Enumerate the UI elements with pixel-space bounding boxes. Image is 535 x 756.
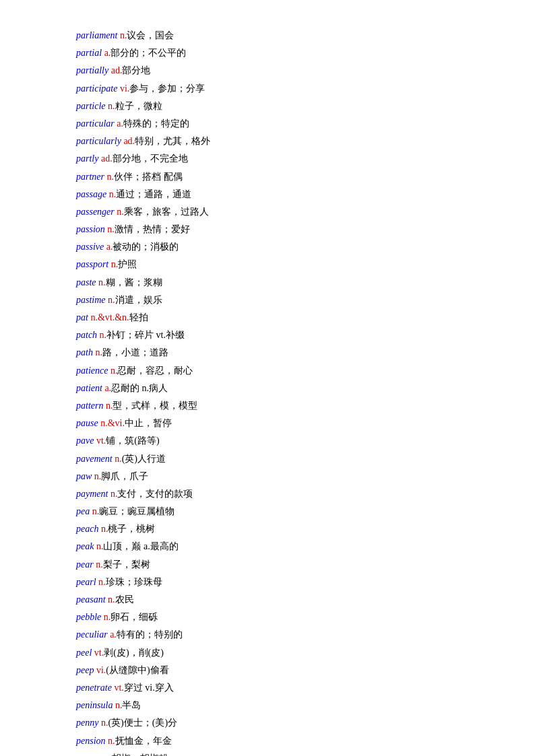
definition: 铺，筑(路等) bbox=[106, 436, 159, 446]
pos: n. bbox=[101, 718, 108, 728]
definition: 乘客，旅客，过路人 bbox=[124, 207, 209, 217]
definition: 消遣，娱乐 bbox=[115, 295, 162, 305]
definition: 补钉；碎片 vt.补缀 bbox=[106, 330, 185, 340]
word: peep bbox=[76, 665, 94, 675]
list-item: participate vi.参与，参加；分享 bbox=[76, 80, 459, 97]
word: path bbox=[76, 347, 93, 357]
list-item: pave vt.铺，筑(路等) bbox=[76, 432, 459, 449]
definition: 通过；通路，通道 bbox=[116, 189, 191, 199]
pos: vt. bbox=[96, 436, 106, 446]
list-item: peninsula n.半岛 bbox=[76, 697, 459, 714]
word: partly bbox=[76, 153, 98, 164]
list-item: peak n.山顶，巅 a.最高的 bbox=[76, 538, 459, 555]
list-item: peculiar a.特有的；特别的 bbox=[76, 626, 459, 643]
word: paw bbox=[76, 471, 92, 481]
definition: 胡椒，胡椒粉 bbox=[112, 753, 168, 756]
entries-container: parliament n.议会，国会partial a.部分的；不公平的part… bbox=[76, 27, 459, 756]
word: payment bbox=[76, 489, 108, 499]
word: passive bbox=[76, 242, 104, 252]
list-item: partly ad.部分地，不完全地 bbox=[76, 150, 459, 167]
definition: 轻拍 bbox=[129, 312, 148, 322]
word: particularly bbox=[76, 136, 121, 146]
definition: 支付，支付的款项 bbox=[117, 489, 193, 499]
definition: 型，式样，模，模型 bbox=[113, 401, 197, 411]
list-item: passport n.护照 bbox=[76, 256, 459, 273]
pos: ad. bbox=[123, 136, 135, 146]
definition: 山顶，巅 a.最高的 bbox=[103, 541, 178, 551]
definition: 农民 bbox=[115, 594, 134, 605]
word: pension bbox=[76, 736, 106, 746]
word: passage bbox=[76, 189, 106, 199]
pos: vt. bbox=[114, 683, 123, 693]
pos: a. bbox=[104, 383, 111, 393]
pos: n.&vt.&n. bbox=[90, 312, 129, 322]
word: peasant bbox=[76, 594, 106, 605]
list-item: patient a.忍耐的 n.病人 bbox=[76, 380, 459, 397]
pos: n. bbox=[115, 454, 122, 464]
word: pat bbox=[76, 312, 88, 322]
list-item: particle n.粒子，微粒 bbox=[76, 98, 459, 114]
pos: n. bbox=[111, 366, 118, 376]
list-item: payment n.支付，支付的款项 bbox=[76, 485, 459, 502]
list-item: penny n.(英)便士；(美)分 bbox=[76, 714, 459, 731]
page-content: parliament n.议会，国会partial a.部分的；不公平的part… bbox=[0, 0, 535, 756]
word: patch bbox=[76, 330, 97, 340]
list-item: path n.路，小道；道路 bbox=[76, 344, 459, 361]
list-item: penetrate vt.穿过 vi.穿入 bbox=[76, 679, 459, 696]
word: parliament bbox=[76, 30, 117, 40]
definition: 抚恤金，年金 bbox=[115, 736, 172, 746]
definition: 糊，酱；浆糊 bbox=[106, 277, 162, 287]
definition: 穿过 vi.穿入 bbox=[124, 683, 174, 693]
word: pepper bbox=[76, 753, 102, 756]
list-item: pastime n.消遣，娱乐 bbox=[76, 291, 459, 308]
list-item: passage n.通过；通路，通道 bbox=[76, 186, 459, 203]
definition: (从缝隙中)偷看 bbox=[106, 665, 168, 675]
pos: n. bbox=[101, 524, 108, 534]
definition: 脚爪，爪子 bbox=[101, 471, 148, 481]
list-item: paw n.脚爪，爪子 bbox=[76, 468, 459, 485]
definition: 被动的；消极的 bbox=[113, 242, 179, 252]
definition: 议会，国会 bbox=[127, 30, 174, 40]
list-item: pearl n.珍珠；珍珠母 bbox=[76, 574, 459, 590]
definition: 剥(皮)，削(皮) bbox=[104, 648, 164, 658]
pos: ad. bbox=[111, 65, 123, 75]
list-item: pause n.&vi.中止，暂停 bbox=[76, 415, 459, 432]
word: particular bbox=[76, 118, 115, 129]
list-item: pension n.抚恤金，年金 bbox=[76, 732, 459, 749]
list-item: partner n.伙伴；搭档 配偶 bbox=[76, 168, 459, 185]
list-item: pea n.豌豆；豌豆属植物 bbox=[76, 503, 459, 520]
definition: 半岛 bbox=[122, 700, 141, 710]
list-item: patch n.补钉；碎片 vt.补缀 bbox=[76, 327, 459, 343]
list-item: pebble n.卵石，细砾 bbox=[76, 609, 459, 625]
word: partially bbox=[76, 65, 108, 75]
word: patience bbox=[76, 366, 108, 376]
list-item: passenger n.乘客，旅客，过路人 bbox=[76, 203, 459, 220]
definition: 桃子，桃树 bbox=[108, 524, 155, 534]
definition: 伙伴；搭档 配偶 bbox=[114, 172, 183, 182]
pos: vt. bbox=[94, 648, 104, 658]
word: pavement bbox=[76, 454, 113, 464]
word: pause bbox=[76, 418, 98, 428]
list-item: partial a.部分的；不公平的 bbox=[76, 44, 459, 61]
list-item: patience n.忍耐，容忍，耐心 bbox=[76, 362, 459, 379]
definition: 部分地，不完全地 bbox=[113, 153, 188, 164]
pos: n. bbox=[111, 489, 118, 499]
pos: vi. bbox=[96, 665, 106, 675]
list-item: peasant n.农民 bbox=[76, 591, 459, 608]
word: partner bbox=[76, 172, 104, 182]
definition: 梨子，梨树 bbox=[103, 559, 150, 570]
pos: n. bbox=[96, 541, 104, 551]
word: pastime bbox=[76, 295, 106, 305]
list-item: pat n.&vt.&n.轻拍 bbox=[76, 309, 459, 326]
pos: n. bbox=[108, 101, 115, 111]
definition: 护照 bbox=[118, 259, 137, 269]
list-item: paste n.糊，酱；浆糊 bbox=[76, 274, 459, 291]
list-item: partially ad.部分地 bbox=[76, 62, 459, 79]
list-item: peep vi.(从缝隙中)偷看 bbox=[76, 662, 459, 679]
list-item: particular a.特殊的；特定的 bbox=[76, 115, 459, 132]
pos: ad. bbox=[101, 153, 113, 164]
pos: n. bbox=[95, 347, 102, 357]
word: pearl bbox=[76, 577, 96, 587]
word: peak bbox=[76, 541, 94, 551]
word: partial bbox=[76, 48, 102, 58]
